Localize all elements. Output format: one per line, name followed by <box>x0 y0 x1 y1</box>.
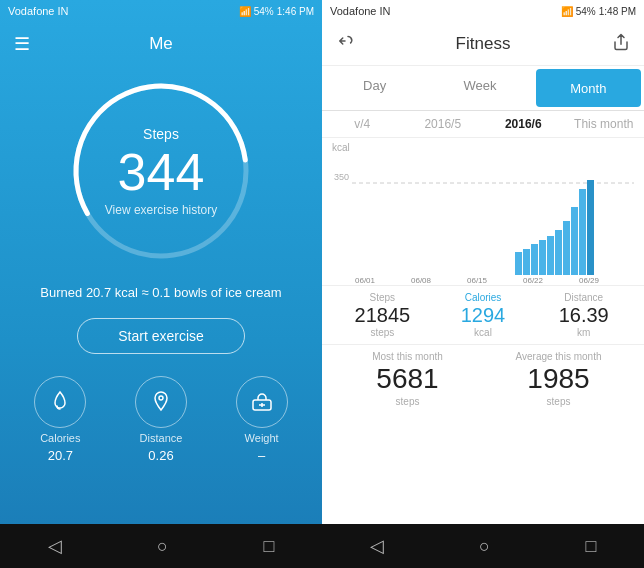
signal-icon: 📶 <box>239 6 251 17</box>
right-home-nav[interactable]: ○ <box>479 536 490 557</box>
bottom-icons: Calories 20.7 Distance 0.26 <box>0 376 322 463</box>
distance-label: Distance <box>140 432 183 444</box>
calories-stat-value: 1294 <box>461 303 506 327</box>
chart-container: 350 <box>332 155 634 285</box>
svg-text:06/29: 06/29 <box>579 276 600 285</box>
share-icon[interactable] <box>612 33 630 55</box>
svg-rect-30 <box>531 244 538 275</box>
left-recents-nav[interactable]: □ <box>263 536 274 557</box>
most-label: Most this month <box>372 351 443 362</box>
svg-point-2 <box>159 396 163 400</box>
calories-icon <box>34 376 86 428</box>
right-signal-icon: 📶 <box>561 6 573 17</box>
avg-label: Average this month <box>516 351 602 362</box>
left-time: 1:46 PM <box>277 6 314 17</box>
most-unit: steps <box>396 396 420 407</box>
stats-row: Steps 21845 steps Calories 1294 kcal Dis… <box>322 285 644 344</box>
weight-value: – <box>258 448 265 463</box>
left-battery: 54% <box>254 6 274 17</box>
weight-label: Weight <box>245 432 279 444</box>
svg-text:06/15: 06/15 <box>467 276 488 285</box>
right-panel: Vodafone IN 📶 54% 1:48 PM Fitness Day We… <box>322 0 644 568</box>
chart-y-label: kcal <box>332 142 634 153</box>
svg-rect-36 <box>579 189 586 275</box>
distance-icon <box>135 376 187 428</box>
svg-rect-34 <box>563 221 570 275</box>
distance-stat: Distance 16.39 km <box>533 292 634 338</box>
svg-rect-33 <box>555 230 562 275</box>
left-panel: Vodafone IN 📶 54% 1:46 PM ☰ Me Steps 344… <box>0 0 322 568</box>
tab-bar: Day Week Month <box>322 66 644 111</box>
svg-rect-32 <box>547 236 554 275</box>
steps-label: Steps <box>143 126 179 142</box>
burned-text: Burned 20.7 kcal ≈ 0.1 bowls of ice crea… <box>20 285 301 300</box>
right-battery: 54% <box>576 6 596 17</box>
weight-icon <box>236 376 288 428</box>
right-recents-nav[interactable]: □ <box>585 536 596 557</box>
steps-stat-value: 21845 <box>355 303 411 327</box>
tab-month[interactable]: Month <box>536 69 641 107</box>
calories-value: 20.7 <box>48 448 73 463</box>
right-top-bar: Fitness <box>322 22 644 66</box>
svg-rect-35 <box>571 207 578 275</box>
svg-text:06/01: 06/01 <box>355 276 376 285</box>
menu-icon[interactable]: ☰ <box>14 33 30 55</box>
steps-count: 344 <box>118 146 205 198</box>
left-home-nav[interactable]: ○ <box>157 536 168 557</box>
left-nav-bar: ◁ ○ □ <box>0 524 322 568</box>
svg-text:350: 350 <box>334 172 349 182</box>
calories-stat-unit: kcal <box>474 327 492 338</box>
right-carrier: Vodafone IN <box>330 5 391 17</box>
most-value: 5681 <box>376 362 438 396</box>
chart-svg: 350 <box>332 155 634 285</box>
month-nav: v/4 2016/5 2016/6 This month <box>322 111 644 138</box>
left-back-nav[interactable]: ◁ <box>48 535 62 557</box>
distance-value: 0.26 <box>148 448 173 463</box>
steps-stat: Steps 21845 steps <box>332 292 433 338</box>
avg-value: 1985 <box>527 362 589 396</box>
start-exercise-button[interactable]: Start exercise <box>77 318 245 354</box>
chart-area: kcal 350 <box>322 138 644 285</box>
distance-item[interactable]: Distance 0.26 <box>135 376 187 463</box>
svg-text:06/22: 06/22 <box>523 276 544 285</box>
right-back-nav[interactable]: ◁ <box>370 535 384 557</box>
tab-day[interactable]: Day <box>322 66 427 104</box>
svg-rect-37 <box>587 180 594 275</box>
avg-unit: steps <box>547 396 571 407</box>
distance-stat-unit: km <box>577 327 590 338</box>
right-nav-bar: ◁ ○ □ <box>322 524 644 568</box>
distance-stat-value: 16.39 <box>559 303 609 327</box>
calories-stat-label: Calories <box>465 292 502 303</box>
steps-circle: Steps 344 View exercise history <box>61 71 261 271</box>
month-current[interactable]: 2016/6 <box>483 117 564 131</box>
left-carrier: Vodafone IN <box>8 5 69 17</box>
svg-rect-29 <box>523 249 530 275</box>
steps-stat-label: Steps <box>370 292 396 303</box>
month-prev2[interactable]: v/4 <box>322 117 403 131</box>
calories-item[interactable]: Calories 20.7 <box>34 376 86 463</box>
fitness-back-icon[interactable] <box>336 32 354 55</box>
month-prev1[interactable]: 2016/5 <box>403 117 484 131</box>
avg-item: Average this month 1985 steps <box>483 351 634 407</box>
left-status-icons: 📶 54% 1:46 PM <box>239 6 314 17</box>
right-status-bar: Vodafone IN 📶 54% 1:48 PM <box>322 0 644 22</box>
right-title: Fitness <box>456 34 511 54</box>
view-history[interactable]: View exercise history <box>105 203 218 217</box>
svg-rect-31 <box>539 240 546 275</box>
calories-label: Calories <box>40 432 80 444</box>
most-item: Most this month 5681 steps <box>332 351 483 407</box>
right-status-icons: 📶 54% 1:48 PM <box>561 6 636 17</box>
monthly-row: Most this month 5681 steps Average this … <box>322 344 644 413</box>
right-time: 1:48 PM <box>599 6 636 17</box>
distance-stat-label: Distance <box>564 292 603 303</box>
month-this[interactable]: This month <box>564 117 645 131</box>
svg-rect-28 <box>515 252 522 275</box>
svg-text:06/08: 06/08 <box>411 276 432 285</box>
circle-text: Steps 344 View exercise history <box>61 71 261 271</box>
weight-item[interactable]: Weight – <box>236 376 288 463</box>
tab-week[interactable]: Week <box>427 66 532 104</box>
left-status-bar: Vodafone IN 📶 54% 1:46 PM <box>0 0 322 22</box>
steps-stat-unit: steps <box>370 327 394 338</box>
calories-stat: Calories 1294 kcal <box>433 292 534 338</box>
